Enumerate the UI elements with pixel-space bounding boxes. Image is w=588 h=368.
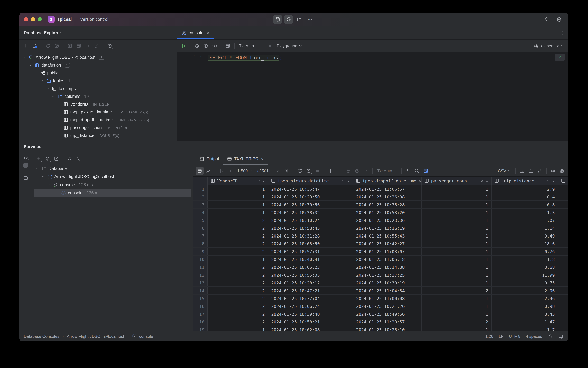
- page-range[interactable]: 1-500: [235, 168, 254, 173]
- expander-chevron-icon[interactable]: [28, 63, 33, 67]
- table-row[interactable]: 1422024-01-25 10:47:212024-01-25 11:04:5…: [193, 287, 568, 294]
- lock-open-icon[interactable]: [548, 333, 553, 339]
- results-tab-taxi_trips[interactable]: TAXI_TRIPS×: [223, 153, 267, 165]
- cell-vendorid[interactable]: 1: [208, 193, 268, 201]
- cell-passenger_count[interactable]: 1: [422, 256, 492, 263]
- column-header-tpep_dropoff_datetime[interactable]: tpep_dropoff_datetime: [353, 177, 422, 185]
- cell-vendorid[interactable]: 2: [208, 240, 268, 247]
- notifications-bell-icon[interactable]: [559, 333, 564, 339]
- cell-trip_distance[interactable]: 2.46: [492, 294, 558, 302]
- export-data-button[interactable]: [518, 167, 526, 175]
- table-row[interactable]: 1722024-01-25 10:39:402024-01-25 10:49:5…: [193, 310, 568, 318]
- cell-vendorid[interactable]: 2: [208, 287, 268, 294]
- cell-passenger_count[interactable]: 1: [422, 263, 492, 271]
- cell-rate[interactable]: [558, 303, 568, 310]
- add-service-button[interactable]: [35, 155, 43, 163]
- table-row[interactable]: 822024-01-25 10:03:502024-01-25 10:42:27…: [193, 240, 568, 248]
- cell-tpep_dropoff_datetime[interactable]: 2024-01-25 11:27:25: [353, 271, 422, 279]
- cell-tpep_dropoff_datetime[interactable]: 2024-01-25 10:14:38: [353, 263, 422, 271]
- sort-icon[interactable]: [552, 179, 555, 183]
- inspections-ok-widget[interactable]: ✓: [555, 54, 565, 61]
- row-filter-button[interactable]: [422, 167, 430, 175]
- grid-tx-mode[interactable]: Tx: Auto: [375, 168, 399, 173]
- cell-rate[interactable]: [558, 287, 568, 294]
- cell-passenger_count[interactable]: 1: [422, 201, 492, 208]
- cell-passenger_count[interactable]: 1: [422, 310, 492, 318]
- cell-trip_distance[interactable]: 0.43: [492, 310, 558, 318]
- tab-options-kebab-icon[interactable]: ⋮: [560, 30, 565, 36]
- open-each-in-new-tab-button[interactable]: [52, 155, 61, 163]
- cell-tpep_dropoff_datetime[interactable]: 2024-01-25 11:16:19: [353, 224, 422, 232]
- view-settings-button[interactable]: [549, 167, 557, 175]
- view-parameters-button[interactable]: p: [202, 42, 210, 50]
- cell-rate[interactable]: [558, 326, 568, 331]
- cell-tpep_dropoff_datetime[interactable]: 2024-01-25 11:23:57: [353, 318, 422, 325]
- cell-tpep_dropoff_datetime[interactable]: 2024-01-25 10:53:20: [353, 209, 422, 216]
- cell-passenger_count[interactable]: 1: [422, 271, 492, 279]
- cell-vendorid[interactable]: 2: [208, 248, 268, 255]
- cell-vendorid[interactable]: 1: [208, 256, 268, 263]
- last-page-button[interactable]: [283, 167, 291, 175]
- next-page-button[interactable]: [274, 167, 282, 175]
- cell-tpep_pickup_datetime[interactable]: 2024-01-25 10:02:08: [268, 326, 353, 331]
- cell-trip_distance[interactable]: 0.75: [492, 279, 558, 286]
- cell-passenger_count[interactable]: 1: [422, 232, 492, 239]
- pin-tab-button[interactable]: [404, 167, 412, 175]
- explorer-item-tables[interactable]: tables1: [19, 77, 177, 85]
- cell-vendorid[interactable]: 2: [208, 271, 268, 279]
- cell-trip_distance[interactable]: 1.7: [492, 326, 558, 331]
- cell-tpep_dropoff_datetime[interactable]: 2024-01-25 10:21:26: [353, 303, 422, 310]
- more-tool-windows-button[interactable]: ⋯: [306, 15, 314, 24]
- project-folder-tool-button[interactable]: [295, 15, 304, 24]
- expand-all-button[interactable]: [65, 155, 74, 163]
- cell-trip_distance[interactable]: 0.8: [492, 201, 558, 208]
- line-ending[interactable]: LF: [499, 334, 503, 339]
- collapse-all-button[interactable]: [74, 155, 82, 163]
- explorer-item-arrow-flight-jdbc-localhost[interactable]: Arrow Flight JDBC - @localhost1: [19, 53, 177, 61]
- grid-settings-button[interactable]: [558, 167, 566, 175]
- breadcrumb-item[interactable]: console: [132, 333, 153, 339]
- cell-tpep_dropoff_datetime[interactable]: 2024-01-25 11:06:57: [353, 185, 422, 193]
- cell-trip_distance[interactable]: 0.68: [492, 263, 558, 271]
- run-profile[interactable]: Playground: [275, 43, 304, 48]
- sort-icon[interactable]: [262, 179, 266, 183]
- explorer-item-taxi-trips[interactable]: taxi_trips: [19, 85, 177, 92]
- services-tool-button[interactable]: [284, 15, 293, 24]
- cell-passenger_count[interactable]: 1: [422, 279, 492, 286]
- cell-rate[interactable]: [558, 279, 568, 286]
- filter-funnel-icon[interactable]: [546, 179, 551, 183]
- show-columns-button[interactable]: [22, 174, 30, 182]
- cell-trip_distance[interactable]: 1.07: [492, 216, 558, 224]
- cell-rate[interactable]: [558, 232, 568, 239]
- cell-tpep_pickup_datetime[interactable]: 2024-01-25 10:30:56: [268, 201, 353, 208]
- caret-position[interactable]: 1:26: [485, 334, 493, 339]
- explorer-item-passenger-count[interactable]: passenger_countBIGINT(19): [19, 124, 177, 131]
- cell-tpep_pickup_datetime[interactable]: 2024-01-25 10:57:31: [268, 248, 353, 255]
- cell-tpep_pickup_datetime[interactable]: 2024-01-25 10:10:24: [268, 216, 353, 224]
- cell-tpep_pickup_datetime[interactable]: 2024-01-25 10:39:40: [268, 310, 353, 318]
- cell-tpep_dropoff_datetime[interactable]: 2024-01-25 10:55:43: [353, 232, 422, 239]
- cell-tpep_dropoff_datetime[interactable]: 2024-01-25 10:39:19: [353, 279, 422, 286]
- view-options-button[interactable]: [106, 42, 114, 50]
- close-tab-icon[interactable]: ×: [261, 156, 264, 162]
- cell-passenger_count[interactable]: 1: [422, 294, 492, 302]
- column-header-vendorid[interactable]: VendorID: [208, 177, 268, 185]
- group-by-button[interactable]: [44, 155, 52, 163]
- sort-icon[interactable]: [347, 179, 350, 183]
- expander-chevron-icon[interactable]: [46, 183, 51, 186]
- service-item-database[interactable]: Database: [32, 165, 193, 173]
- cell-vendorid[interactable]: 2: [208, 310, 268, 318]
- cell-trip_distance[interactable]: 2.9: [492, 185, 558, 193]
- cell-trip_distance[interactable]: 1.47: [492, 318, 558, 325]
- tx-mode[interactable]: Tx: Auto: [237, 43, 261, 48]
- cell-passenger_count[interactable]: 1: [422, 303, 492, 310]
- cell-vendorid[interactable]: 2: [208, 303, 268, 310]
- table-row[interactable]: 622024-01-25 10:58:452024-01-25 11:16:19…: [193, 224, 568, 232]
- cell-vendorid[interactable]: 2: [208, 318, 268, 325]
- table-row[interactable]: 312024-01-25 10:30:562024-01-25 10:35:28…: [193, 201, 568, 209]
- expander-chevron-icon[interactable]: [22, 55, 27, 59]
- cell-rate[interactable]: [558, 256, 568, 263]
- export-format[interactable]: CSV: [496, 168, 513, 173]
- cell-tpep_pickup_datetime[interactable]: 2024-01-25 10:58:45: [268, 224, 353, 232]
- cell-tpep_pickup_datetime[interactable]: 2024-01-25 10:06:24: [268, 303, 353, 310]
